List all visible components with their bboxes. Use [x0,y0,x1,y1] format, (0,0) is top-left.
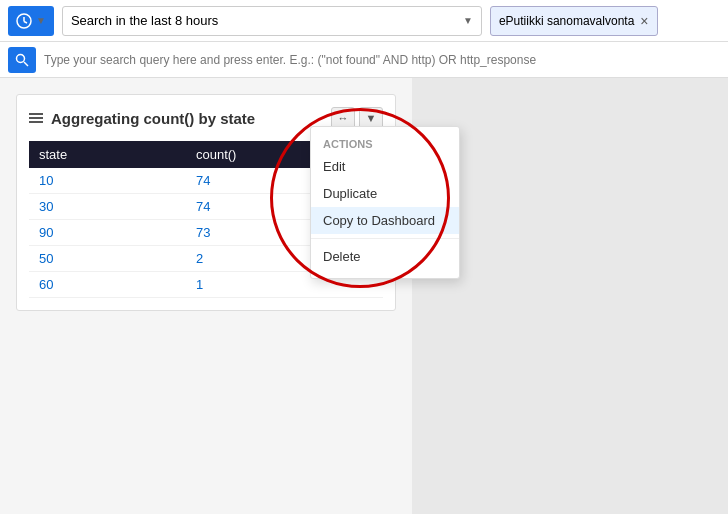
search-bar [0,42,728,78]
menu-item-copy-to-dashboard[interactable]: Copy to Dashboard [311,207,459,234]
svg-point-3 [17,54,25,62]
time-dropdown[interactable]: Search in the last 8 hours ▼ [62,6,482,36]
menu-item-duplicate[interactable]: Duplicate [311,180,459,207]
context-menu-label: Actions [311,135,459,153]
tag-filter-text: ePutiikki sanomavalvonta [499,14,634,28]
context-menu-section: Actions EditDuplicateCopy to DashboardDe… [311,131,459,274]
content-area: Aggregating count() by state ↔ ▼ state c… [0,78,412,514]
cell-state: 30 [29,194,186,220]
svg-line-4 [24,62,28,66]
cell-state: 50 [29,246,186,272]
cell-state: 10 [29,168,186,194]
cell-state: 60 [29,272,186,298]
main-content: Aggregating count() by state ↔ ▼ state c… [0,78,728,514]
search-button[interactable] [8,47,36,73]
panel-title-text: Aggregating count() by state [51,110,255,127]
chevron-down-icon: ▼ [463,15,473,26]
time-dropdown-text: Search in the last 8 hours [71,13,218,28]
hamburger-icon[interactable] [29,113,43,123]
menu-item-edit[interactable]: Edit [311,153,459,180]
cell-state: 90 [29,220,186,246]
panel-title: Aggregating count() by state [29,110,255,127]
clock-icon [16,13,32,29]
search-icon [15,53,29,67]
tag-filter: ePutiikki sanomavalvonta × [490,6,658,36]
time-range-button[interactable]: ▼ [8,6,54,36]
menu-divider [311,238,459,239]
time-button-chevron: ▼ [36,15,46,26]
context-menu: Actions EditDuplicateCopy to DashboardDe… [310,126,460,279]
top-bar: ▼ Search in the last 8 hours ▼ ePutiikki… [0,0,728,42]
tag-filter-close[interactable]: × [640,14,648,28]
search-input[interactable] [44,53,720,67]
col-state: state [29,141,186,168]
menu-item-delete[interactable]: Delete [311,243,459,270]
svg-line-2 [24,21,27,23]
